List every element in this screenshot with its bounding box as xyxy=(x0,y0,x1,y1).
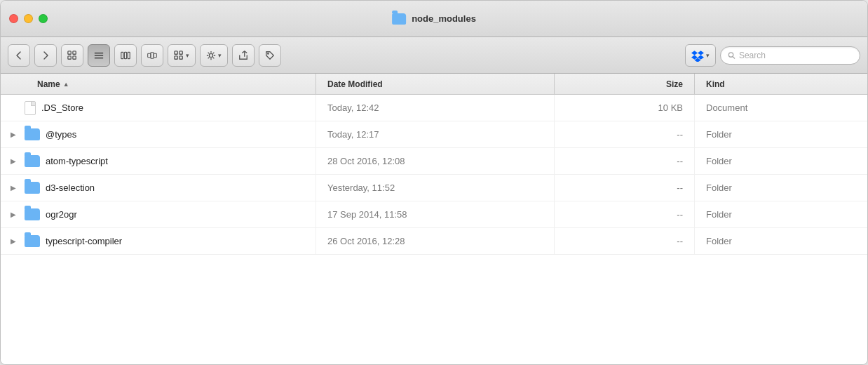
file-kind-cell: Folder xyxy=(695,201,867,227)
file-size-cell: -- xyxy=(555,175,695,201)
file-kind: Folder xyxy=(706,129,732,140)
file-date: 17 Sep 2014, 11:58 xyxy=(327,209,407,220)
file-name-cell: ▶ ogr2ogr xyxy=(1,201,316,227)
svg-line-23 xyxy=(213,57,215,58)
file-date-cell: Today, 12:42 xyxy=(316,95,555,121)
svg-point-17 xyxy=(209,53,212,57)
dropbox-button[interactable]: ▾ xyxy=(685,44,716,67)
minimize-button[interactable] xyxy=(24,14,33,23)
expand-arrow[interactable]: ▶ xyxy=(8,156,19,167)
file-name: ogr2ogr xyxy=(46,209,77,220)
svg-rect-11 xyxy=(151,52,154,58)
file-kind: Folder xyxy=(706,209,732,220)
svg-rect-9 xyxy=(128,52,130,58)
file-kind-cell: Folder xyxy=(695,175,867,201)
file-date: 26 Oct 2016, 12:28 xyxy=(327,236,405,246)
svg-line-24 xyxy=(213,52,215,53)
file-date: Today, 12:42 xyxy=(327,102,379,113)
search-box[interactable] xyxy=(720,46,860,65)
back-button[interactable] xyxy=(8,44,30,67)
folder-icon xyxy=(25,208,40,220)
column-headers: Name ▲ Date Modified Size Kind xyxy=(1,74,867,95)
file-date-cell: Yesterday, 11:52 xyxy=(316,175,555,201)
search-input[interactable] xyxy=(739,51,853,60)
svg-rect-14 xyxy=(179,51,182,53)
table-row[interactable]: ▶ @types Today, 12:17 -- Folder xyxy=(1,121,867,148)
table-row[interactable]: ▶ typescript-compiler 26 Oct 2016, 12:28… xyxy=(1,228,867,255)
date-column-header[interactable]: Date Modified xyxy=(316,74,555,94)
size-column-header[interactable]: Size xyxy=(555,74,695,94)
list-view-button[interactable] xyxy=(88,44,110,67)
expand-arrow[interactable]: ▶ xyxy=(8,209,19,220)
file-date-cell: 26 Oct 2016, 12:28 xyxy=(316,228,555,254)
file-size-cell: 10 KB xyxy=(555,95,695,121)
document-icon xyxy=(25,101,36,115)
icon-view-button[interactable] xyxy=(61,44,83,67)
file-kind-cell: Folder xyxy=(695,148,867,174)
kind-column-header[interactable]: Kind xyxy=(695,74,867,94)
file-date: 28 Oct 2016, 12:08 xyxy=(327,156,405,166)
table-row[interactable]: ▶ atom-typescript 28 Oct 2016, 12:08 -- … xyxy=(1,148,867,175)
traffic-lights xyxy=(9,14,48,23)
expand-arrow[interactable]: ▶ xyxy=(8,236,19,247)
svg-line-29 xyxy=(733,56,735,58)
forward-button[interactable] xyxy=(34,44,57,67)
svg-rect-16 xyxy=(179,55,182,58)
table-row[interactable]: .DS_Store Today, 12:42 10 KB Document xyxy=(1,95,867,121)
file-kind: Document xyxy=(706,102,747,113)
group-button[interactable]: ▾ xyxy=(168,44,196,67)
file-size: 10 KB xyxy=(658,102,683,113)
file-name-cell: ▶ d3-selection xyxy=(1,175,316,201)
svg-rect-15 xyxy=(175,55,177,58)
titlebar-center: node_modules xyxy=(392,13,476,25)
expand-arrow[interactable]: ▶ xyxy=(8,129,19,140)
share-button[interactable] xyxy=(232,44,255,67)
tag-button[interactable] xyxy=(259,44,281,67)
maximize-button[interactable] xyxy=(39,14,48,23)
dropbox-dropdown-arrow: ▾ xyxy=(706,52,710,59)
file-kind-cell: Folder xyxy=(695,228,867,254)
svg-rect-8 xyxy=(124,52,126,58)
column-view-button[interactable] xyxy=(114,44,137,67)
close-button[interactable] xyxy=(9,14,18,23)
svg-rect-2 xyxy=(68,55,71,58)
table-row[interactable]: ▶ ogr2ogr 17 Sep 2014, 11:58 -- Folder xyxy=(1,201,867,228)
file-kind-cell: Document xyxy=(695,95,867,121)
file-date: Today, 12:17 xyxy=(327,129,379,140)
titlebar: node_modules xyxy=(1,1,867,37)
file-name-cell: ▶ @types xyxy=(1,121,316,147)
sort-arrow: ▲ xyxy=(63,81,69,88)
table-row[interactable]: ▶ d3-selection Yesterday, 11:52 -- Folde… xyxy=(1,175,867,201)
file-name: typescript-compiler xyxy=(46,236,122,246)
file-name-cell: .DS_Store xyxy=(1,95,316,121)
file-name-cell: ▶ atom-typescript xyxy=(1,148,316,174)
file-size: -- xyxy=(677,156,683,166)
svg-line-22 xyxy=(208,52,210,53)
expand-arrow[interactable]: ▶ xyxy=(8,182,19,194)
file-kind: Folder xyxy=(706,156,732,166)
toolbar: ▾ ▾ xyxy=(1,37,867,74)
finder-window: node_modules xyxy=(0,0,868,365)
svg-point-28 xyxy=(728,52,733,56)
file-size: -- xyxy=(677,209,683,220)
svg-line-25 xyxy=(208,57,210,58)
file-size-cell: -- xyxy=(555,148,695,174)
file-size-cell: -- xyxy=(555,201,695,227)
file-name: atom-typescript xyxy=(46,156,108,166)
folder-icon xyxy=(25,155,40,167)
file-size-cell: -- xyxy=(555,228,695,254)
cover-flow-button[interactable] xyxy=(141,44,163,67)
file-kind-cell: Folder xyxy=(695,121,867,147)
file-date-cell: 17 Sep 2014, 11:58 xyxy=(316,201,555,227)
svg-rect-3 xyxy=(73,55,76,58)
file-name: d3-selection xyxy=(46,182,95,193)
file-date-cell: Today, 12:17 xyxy=(316,121,555,147)
name-column-header[interactable]: Name ▲ xyxy=(1,74,316,94)
folder-icon xyxy=(25,235,40,247)
file-size: -- xyxy=(677,182,683,193)
action-button[interactable]: ▾ xyxy=(200,44,228,67)
svg-point-27 xyxy=(267,53,269,55)
folder-icon xyxy=(25,182,40,194)
svg-rect-10 xyxy=(148,53,151,58)
file-size-cell: -- xyxy=(555,121,695,147)
